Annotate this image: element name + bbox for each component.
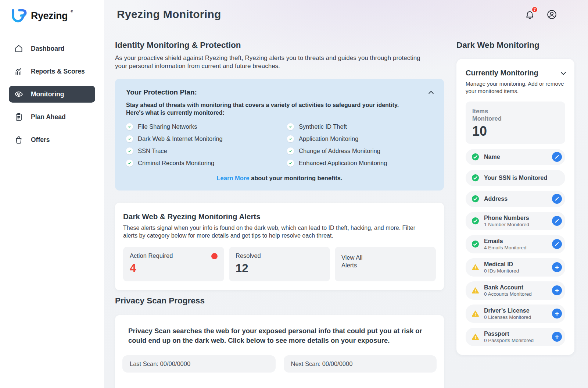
sidebar: Ryezing ® Dashboard Reports & Scores: [0, 0, 104, 388]
resolved-tile[interactable]: Resolved 12: [229, 247, 330, 281]
page-title: Ryezing Monitoring: [117, 8, 221, 21]
tile-label: View All: [341, 254, 429, 261]
bar-chart-icon: [14, 67, 23, 76]
items-monitored-tile: Items Monitored 10: [466, 102, 565, 144]
chevron-down-icon[interactable]: [561, 70, 566, 75]
privacy-scan-description: Privacy Scan searches the web for your e…: [128, 326, 426, 345]
last-scan-tile[interactable]: Last Scan: 00/00/0000: [122, 355, 276, 373]
check-circle-icon: [472, 174, 479, 182]
check-icon: [126, 160, 133, 167]
currently-monitoring-card: Currently Monitoring Manage your monitor…: [456, 59, 574, 355]
check-icon: [287, 160, 294, 167]
action-required-tile[interactable]: Action Required 4: [123, 247, 224, 281]
top-actions: 7: [524, 9, 557, 20]
learn-more-line: Learn More about your monitoring benefit…: [126, 175, 433, 182]
check-circle-icon: [472, 240, 479, 248]
action-required-count: 4: [130, 262, 218, 275]
add-button[interactable]: [552, 332, 562, 342]
protection-plan-card: Your Protection Plan: Stay ahead of thre…: [115, 79, 444, 191]
tile-label: Alerts: [341, 261, 429, 269]
chevron-up-icon[interactable]: [429, 91, 434, 96]
edit-button[interactable]: [552, 152, 562, 162]
check-circle-icon: [472, 195, 479, 203]
warning-triangle-icon: [472, 286, 479, 294]
checklist-item: File Sharing Networks: [126, 123, 287, 130]
check-icon: [287, 135, 294, 142]
privacy-scan-card: Privacy Scan searches the web for your e…: [115, 315, 444, 388]
check-circle-icon: [472, 217, 479, 225]
sidebar-item-label: Plan Ahead: [31, 113, 66, 121]
alert-dot-icon: [211, 253, 218, 259]
identity-section-title: Identity Monitoring & Protection: [115, 40, 444, 50]
edit-button[interactable]: [552, 194, 562, 204]
items-monitored-label: Monitored: [472, 115, 565, 122]
checklist-item: Application Monitoring: [287, 135, 433, 142]
check-icon: [126, 135, 133, 142]
main-area: Ryezing Monitoring 7 Identity Monitoring…: [104, 0, 588, 388]
warning-triangle-icon: [472, 310, 479, 317]
registered-mark: ®: [71, 10, 73, 13]
monitored-item-ssn[interactable]: Your SSN is Monitored: [466, 170, 565, 186]
learn-more-link[interactable]: Learn More: [217, 175, 250, 181]
sidebar-item-offers[interactable]: Offers: [9, 131, 95, 148]
top-bar: Ryezing Monitoring 7: [104, 0, 588, 27]
monitored-item-bank-account[interactable]: Bank Account 0 Accounts Monitored: [466, 281, 565, 300]
pencil-icon: [555, 218, 559, 223]
monitored-item-passport[interactable]: Passport 0 Passports Monitored: [466, 328, 565, 346]
sidebar-item-reports-scores[interactable]: Reports & Scores: [9, 63, 95, 80]
notifications-button[interactable]: 7: [524, 9, 535, 20]
pencil-icon: [555, 154, 559, 159]
sidebar-item-monitoring[interactable]: Monitoring: [9, 86, 95, 103]
brand-logo[interactable]: Ryezing ®: [0, 0, 104, 24]
checklist-item: Dark Web & Internet Monitoring: [126, 135, 287, 142]
checklist-item: SSN Trace: [126, 147, 287, 154]
eye-icon: [14, 90, 23, 99]
alerts-card: Dark Web & Ryezing Monitoring Alerts The…: [115, 203, 444, 290]
check-icon: [126, 147, 133, 154]
warning-triangle-icon: [472, 263, 479, 271]
currently-monitoring-description: Manage your monitoring. Add or remove yo…: [466, 80, 565, 95]
sidebar-item-dashboard[interactable]: Dashboard: [9, 40, 95, 57]
checklist-item: Change of Address Monitoring: [287, 147, 433, 154]
edit-button[interactable]: [552, 216, 562, 226]
checklist-item: Enhanced Application Monitoring: [287, 160, 433, 167]
shopping-bag-icon: [14, 135, 23, 144]
sidebar-item-label: Offers: [31, 136, 50, 144]
identity-description: As your proactive shield against Ryezing…: [115, 54, 431, 71]
warning-triangle-icon: [472, 333, 479, 341]
monitored-item-medical-id[interactable]: Medical ID 0 IDs Monitored: [466, 258, 565, 277]
check-circle-icon: [472, 153, 479, 161]
notification-badge: 7: [531, 6, 538, 13]
tile-label: Resolved: [236, 252, 261, 259]
sidebar-item-plan-ahead[interactable]: Plan Ahead: [9, 108, 95, 125]
ryezing-logo-icon: [10, 8, 28, 24]
sidebar-item-label: Reports & Scores: [31, 68, 85, 75]
check-icon: [287, 147, 294, 154]
monitored-item-emails[interactable]: Emails 4 Emails Monitored: [466, 235, 565, 253]
home-icon: [14, 44, 23, 53]
view-all-alerts-tile[interactable]: View All Alerts: [335, 247, 436, 281]
protection-checklist: File Sharing Networks Synthetic ID Theft…: [126, 123, 433, 167]
account-button[interactable]: [546, 9, 557, 20]
next-scan-tile[interactable]: Next Scan: 00/00/0000: [284, 355, 437, 373]
brand-name: Ryezing: [31, 10, 68, 22]
monitored-item-name[interactable]: Name: [466, 149, 565, 165]
add-button[interactable]: [552, 285, 562, 295]
resolved-count: 12: [236, 262, 323, 275]
clipboard-icon: [14, 113, 23, 121]
edit-button[interactable]: [552, 239, 562, 249]
currently-monitoring-title: Currently Monitoring: [466, 69, 538, 77]
monitored-item-phone-numbers[interactable]: Phone Numbers 1 Number Monitored: [466, 212, 565, 230]
pencil-icon: [555, 196, 559, 201]
alert-tiles: Action Required 4 Resolved 12: [123, 247, 436, 281]
dark-web-panel: Dark Web Monitoring Currently Monitoring…: [456, 35, 574, 388]
items-monitored-count: 10: [472, 124, 565, 139]
protection-plan-description: Stay ahead of threats with monitoring th…: [126, 101, 400, 117]
check-icon: [126, 123, 133, 130]
user-icon: [547, 10, 557, 19]
add-button[interactable]: [552, 262, 562, 272]
monitored-item-drivers-license[interactable]: Driver’s License 0 Licenses Monitored: [466, 305, 565, 323]
monitored-item-address[interactable]: Address: [466, 191, 565, 207]
add-button[interactable]: [552, 309, 562, 318]
protection-plan-title: Your Protection Plan:: [126, 88, 197, 96]
